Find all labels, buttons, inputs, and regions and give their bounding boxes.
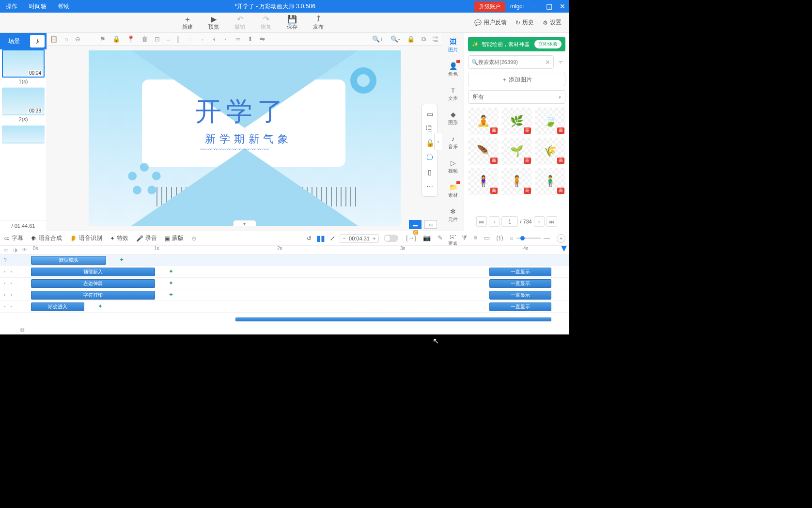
menu-operate[interactable]: 操作 [0,2,23,11]
search-input[interactable] [478,59,545,65]
align-bottom-icon[interactable]: ⫠ [222,35,229,43]
save-button[interactable]: 💾保存 [279,15,305,31]
asset-item[interactable]: 🧘商 [468,108,499,135]
publish-button[interactable]: ⤴发布 [305,15,331,31]
dist-h-icon[interactable]: ⬄ [235,35,241,43]
page-first-button[interactable]: ⏮ [476,216,487,227]
dock-shape[interactable]: ◆图形 [442,109,464,128]
flip-h-icon[interactable]: ⇋ [260,35,265,43]
visibility-icon[interactable]: ▭ [4,247,8,253]
subtitle-tool[interactable]: ㏄字幕 [4,234,23,242]
time-plus-button[interactable]: + [373,236,375,241]
pause-button[interactable]: ▮▮ [316,234,325,243]
rewind-button[interactable]: ↺ [307,235,312,242]
fullscreen-button[interactable]: ⤢ [330,235,335,242]
tl-steps-icon[interactable]: ≡ [474,234,478,243]
dock-assets[interactable]: 📁素材 [442,181,464,201]
lock-icon[interactable]: 🔒 [112,35,120,43]
add-keyframe-button[interactable]: ✦ [119,256,124,263]
playhead[interactable] [561,246,567,252]
dock-video[interactable]: ▷视频 [442,157,464,176]
history-button[interactable]: ↻历史 [515,18,534,27]
align-left-icon[interactable]: ≡ [167,35,171,43]
menu-help[interactable]: 帮助 [52,2,76,11]
tl-camera-icon[interactable]: 📷 [423,234,431,243]
align-middle-icon[interactable]: ⫞ [212,35,216,43]
track-row[interactable]: •• 字符打印 ✦ 一直显示 [0,289,569,301]
track-row[interactable]: •• 左边伸展 ✦ 一直显示 [0,278,569,289]
circle-minus-icon[interactable]: ⊖ [75,35,80,43]
align-top-icon[interactable]: ⫟ [199,35,205,43]
add-keyframe-button[interactable]: ✦ [169,280,173,286]
home-icon[interactable]: ⌂ [64,35,68,43]
clipboard-icon[interactable]: ⧉ [20,327,25,333]
clip-exit[interactable]: 一直显示 [489,291,551,300]
asset-item[interactable]: 🌾商 [535,138,565,165]
tl-cut-icon[interactable]: ✂ [450,234,455,243]
asset-item[interactable]: 🍃商 [535,108,565,135]
bgm-button[interactable]: ♪ [30,35,45,48]
dock-character[interactable]: 👤角色 [442,60,464,79]
align-right-icon[interactable]: ≣ [187,35,192,43]
more-icon[interactable]: ⋯ [426,183,433,190]
scene-item[interactable] [2,125,45,143]
trash-icon[interactable]: 🗑 [141,35,148,43]
settings-button[interactable]: ⚙设置 [543,18,562,27]
canvas[interactable]: 开学了 新学期新气象 〰〰〰〰〰〰〰〰〰〰〰 ▾ ▭ ⿻ 🔓 🖵 ▯ ⋯ › [47,46,442,231]
effect-tool[interactable]: ✦特效 [110,234,128,242]
flag-icon[interactable]: ⚑ [100,35,106,43]
zoom-out-icon[interactable]: ○ [510,235,514,242]
asset-item[interactable]: 🧍商 [501,168,532,195]
asset-item[interactable]: 🌿商 [501,108,532,135]
copy-icon[interactable]: ⧉ [422,35,426,43]
asset-item[interactable]: 🧍‍♀️商 [468,168,499,195]
tl-edit-icon[interactable]: ✎ [437,234,443,243]
add-keyframe-button[interactable]: ✦ [169,291,173,298]
asset-item[interactable]: 🌱商 [501,138,532,165]
clip-exit[interactable]: 一直显示 [489,302,551,311]
align-center-icon[interactable]: ⊡ [155,35,160,43]
zoom-out-icon[interactable]: 🔍- [390,35,400,43]
view-mode-fit[interactable]: ▭ [424,220,437,229]
rect-tool-icon[interactable]: ▭ [427,110,433,118]
eye-icon[interactable]: 👁 [22,247,27,253]
duplicate-icon[interactable]: ⿻ [433,35,439,43]
clip-enter[interactable]: 左边伸展 [31,279,155,288]
undo-button[interactable]: ↶撤销 [227,15,253,31]
time-ruler[interactable]: 0s 1s 2s 3s 4s [31,246,569,254]
zoom-in-icon[interactable]: — [544,235,550,242]
asr-tool[interactable]: 👂语音识别 [70,234,102,242]
search-box[interactable]: 🔍 ✕ [468,55,554,69]
screen-icon[interactable]: 🖵 [426,154,433,161]
circle-minus-icon[interactable]: ⊖ [191,235,196,242]
minimize-button[interactable]: — [529,2,542,10]
scene-tab[interactable]: 场景 [0,34,28,48]
stage[interactable]: 开学了 新学期新气象 〰〰〰〰〰〰〰〰〰〰〰 ▾ [89,50,401,226]
page-input[interactable] [501,216,518,227]
dock-image[interactable]: 🖼图片 [442,36,464,55]
view-mode-fill[interactable]: ▬ [409,220,422,229]
paste-icon[interactable]: 📋 [50,35,58,43]
clip-segment[interactable] [235,318,551,321]
add-keyframe-button[interactable]: ✦ [169,268,173,275]
ai-try-button[interactable]: 立即体验 [534,40,562,48]
camera-clip[interactable]: 默认镜头 [31,256,106,265]
lock-view-icon[interactable]: 🔒 [407,35,415,43]
maximize-button[interactable]: ◱ [542,2,556,10]
asset-item[interactable]: 🪶商 [468,138,499,165]
redo-button[interactable]: ↷恢复 [253,15,279,31]
tl-label-icon[interactable]: ▭ [484,234,490,243]
align-hcenter-icon[interactable]: ‖ [177,35,180,43]
add-keyframe-button[interactable]: ✦ [98,303,103,310]
scene-item[interactable]: 00:04 1(s) [2,49,45,84]
page-prev-button[interactable]: ‹ [489,216,500,227]
user-name[interactable]: mlgci [505,3,529,10]
collapse-panel-button[interactable]: › [434,133,442,150]
asset-item[interactable]: 🧍‍♂️商 [535,168,565,195]
menu-timeline[interactable]: 时间轴 [23,2,52,11]
category-select[interactable]: 所有 ▾ [468,90,565,104]
help-icon[interactable]: ? [4,257,7,263]
close-button[interactable]: ✕ [556,2,569,10]
tts-tool[interactable]: 🗣语音合成 [31,234,62,242]
tl-funnel-icon[interactable]: ⧩ [462,234,467,243]
